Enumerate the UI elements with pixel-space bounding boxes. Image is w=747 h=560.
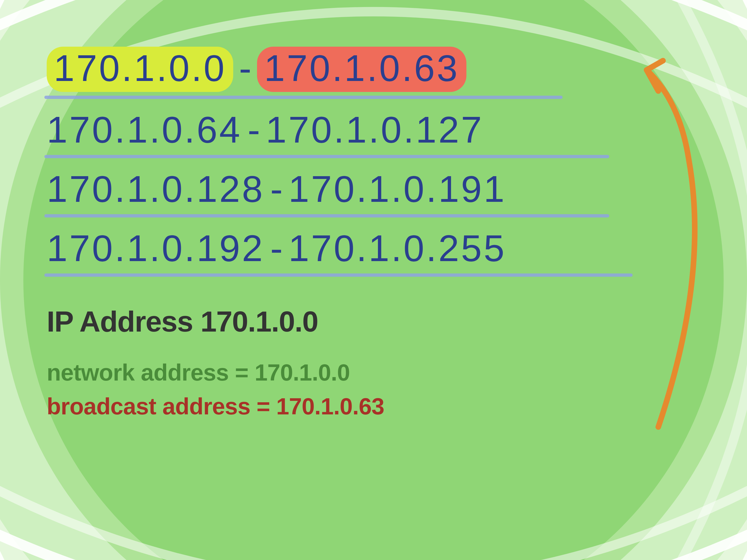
range-start: 170.1.0.128 <box>47 168 264 210</box>
dash-separator: - <box>266 227 287 269</box>
network-highlight: 170.1.0.0 <box>47 47 233 92</box>
underline <box>44 96 563 99</box>
range-line-2: 170.1.0.64 - 170.1.0.127 <box>47 108 607 158</box>
range-line-4: 170.1.0.192 - 170.1.0.255 <box>47 227 630 277</box>
range-end: 170.1.0.127 <box>266 109 484 151</box>
underline <box>44 273 633 277</box>
range-line-1: 170.1.0.0 - 170.1.0.63 <box>47 47 560 99</box>
range-start: 170.1.0.64 <box>47 109 242 151</box>
dash-separator: - <box>266 168 287 210</box>
range-end: 170.1.0.255 <box>288 227 506 269</box>
range-line-3: 170.1.0.128 - 170.1.0.191 <box>47 167 607 217</box>
dash-separator: - <box>234 47 256 89</box>
underline <box>44 214 609 217</box>
broadcast-highlight: 170.1.0.63 <box>257 47 466 92</box>
network-address-label: network address = 170.1.0.0 <box>47 359 700 386</box>
dash-separator: - <box>243 109 265 151</box>
range-start: 170.1.0.192 <box>47 227 264 269</box>
ip-address-title: IP Address 170.1.0.0 <box>47 305 700 338</box>
broadcast-address-label: broadcast address = 170.1.0.63 <box>47 393 700 420</box>
range-end: 170.1.0.191 <box>288 168 506 210</box>
diagram-content: 170.1.0.0 - 170.1.0.63 170.1.0.64 - 170.… <box>0 0 747 420</box>
underline <box>44 155 609 158</box>
